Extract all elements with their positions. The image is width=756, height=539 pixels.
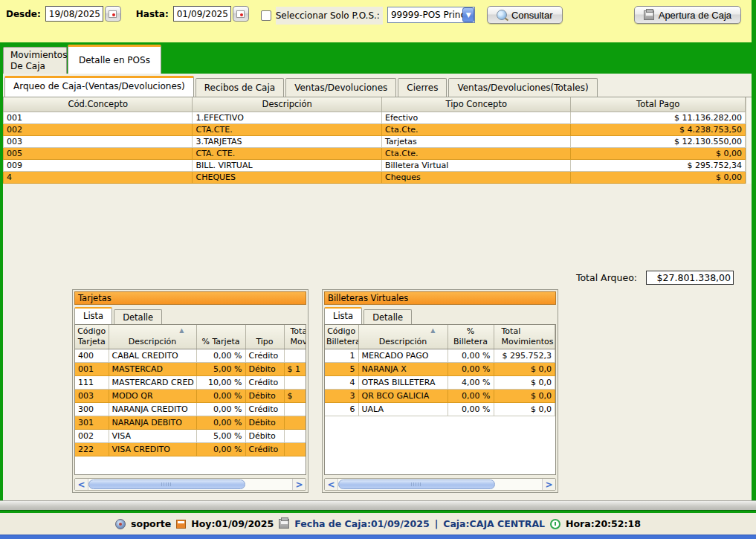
table-row[interactable]: 005CTA. CTE.Cta.Cte.$ 0,00 (4, 147, 746, 159)
cell-desc: MASTERCAD (109, 362, 196, 375)
col-header-tipo-concepto[interactable]: Tipo Concepto (381, 97, 570, 112)
billeteras-panel: Billeteras Virtuales Lista Detalle Códig… (322, 289, 558, 493)
table-row[interactable]: 003MODO QR0,00 %Débito$ (75, 389, 306, 402)
tab-cierres[interactable]: Cierres (398, 78, 447, 97)
table-row[interactable]: 300NARANJA CREDITO0,00 %Crédito (75, 402, 306, 416)
billeteras-header-row: Código Billetera Descripción ▲ % Billete… (325, 325, 555, 349)
col-header-descripcion[interactable]: Descripción ▲ (358, 325, 448, 349)
desde-calendar-button[interactable] (105, 6, 121, 22)
tarjetas-tab-detalle[interactable]: Detalle (114, 309, 162, 324)
col-header-pct-billetera[interactable]: % Billetera (448, 325, 494, 349)
scroll-right-icon[interactable]: > (542, 479, 555, 490)
hasta-input[interactable]: 01/09/2025 (173, 6, 231, 22)
sort-asc-icon: ▲ (430, 327, 435, 335)
cell-tipo: Débito (245, 362, 284, 375)
cell-tipo: Débito (245, 389, 284, 402)
scroll-right-icon[interactable]: > (292, 479, 306, 490)
col-header-total-movimientos[interactable]: Total Movimientos (494, 325, 555, 349)
table-row[interactable]: 001MASTERCAD5,00 %Débito$ 1 (75, 362, 306, 375)
table-row[interactable]: 222VISA CREDITO0,00 %Crédito (75, 442, 306, 456)
cell-pct: 0,00 % (196, 349, 245, 362)
col-header-total-movimientos[interactable]: Total Movimientos (284, 325, 306, 349)
col-header-total-pago[interactable]: Total Pago (571, 97, 746, 112)
tab-arqueo-de-caja[interactable]: Arqueo de Caja-(Ventas/Devoluciones) (4, 76, 194, 97)
table-row[interactable]: 301NARANJA DEBITO0,00 %Débito (75, 416, 306, 429)
table-row[interactable]: 4OTRAS BILLETERA4,00 %$ 0,0 (325, 375, 555, 389)
arqueo-header-row: Cód.Concepto Descripción Tipo Concepto T… (4, 97, 746, 112)
pos-checkbox[interactable] (261, 10, 271, 21)
billeteras-tab-lista[interactable]: Lista (324, 307, 362, 324)
tab-movimientos-de-caja[interactable]: Movimientos De Caja (3, 47, 67, 74)
tab-ventas-devoluciones-totales[interactable]: Ventas/Devoluciones(Totales) (448, 78, 597, 97)
cell-desc: 3.TARJETAS (193, 135, 381, 147)
billeteras-tab-detalle[interactable]: Detalle (364, 309, 412, 324)
cell-codigo: 4 (325, 375, 358, 389)
col-header-descripcion[interactable]: Descripción (193, 97, 381, 112)
scrollbar-thumb[interactable] (88, 480, 245, 489)
table-row[interactable]: 009BILL. VIRTUALBilletera Virtual$ 295.7… (4, 159, 746, 171)
col-header-cod-concepto[interactable]: Cód.Concepto (4, 97, 193, 112)
tarjetas-table-container: Código Tarjeta Descripción ▲ % Tarjeta T… (74, 324, 306, 475)
scroll-left-icon[interactable]: < (325, 479, 338, 490)
table-row[interactable]: 1MERCADO PAGO0,00 %$ 295.752,3 (325, 349, 555, 362)
tab-ventas-devoluciones[interactable]: Ventas/Devoluciones (285, 78, 396, 97)
cell-total: $ 0,00 (571, 171, 746, 183)
cell-cod: 003 (4, 135, 193, 147)
consultar-button[interactable]: Consultar (487, 6, 563, 24)
col-header-tipo[interactable]: Tipo (245, 325, 284, 349)
scroll-left-icon[interactable]: < (75, 479, 88, 490)
tab-detalle-en-poss[interactable]: Detalle en POSs (68, 45, 161, 74)
table-row[interactable]: 400CABAL CREDITO0,00 %Crédito (75, 349, 306, 362)
status-hoy: Hoy:01/09/2025 (191, 518, 274, 529)
pos-select[interactable]: 99999-POS Principal ▼ (387, 7, 475, 23)
cell-tipo: Cta.Cte. (381, 147, 570, 159)
cell-total: $ (284, 389, 306, 402)
cell-pct: 0,00 % (196, 389, 245, 402)
status-separator: | (435, 518, 439, 529)
table-row[interactable]: 002CTA.CTE.Cta.Cte.$ 4.238.753,50 (4, 123, 746, 135)
today-calendar-icon (176, 520, 186, 529)
toolbar: Desde: 19/08/2025 Hasta: 01/09/2025 Sele… (0, 0, 756, 42)
table-row[interactable]: 0011.EFECTIVOEfectivo$ 11.136.282,00 (4, 112, 746, 123)
cell-tipo: Débito (245, 416, 284, 429)
table-row[interactable]: 111MASTERCARD CRED10,00 %Crédito (75, 375, 306, 389)
cell-desc: VISA (109, 429, 196, 442)
cell-codigo: 5 (325, 362, 358, 375)
tab-recibos-de-caja[interactable]: Recibos de Caja (196, 78, 284, 97)
cell-desc: CABAL CREDITO (109, 349, 196, 362)
cell-cod: 001 (4, 112, 193, 123)
col-header-pct-tarjeta[interactable]: % Tarjeta (196, 325, 245, 349)
cell-total (284, 429, 306, 442)
desde-input[interactable]: 19/08/2025 (45, 6, 103, 22)
cell-tipo: Crédito (245, 349, 284, 362)
table-row[interactable]: 002VISA5,00 %Débito (75, 429, 306, 442)
cell-desc: QR BCO GALICIA (358, 389, 448, 402)
vertical-scrollbar[interactable] (746, 97, 752, 184)
cell-total: $ 0,00 (571, 147, 746, 159)
table-row[interactable]: 3QR BCO GALICIA0,00 %$ 0,0 (325, 389, 555, 402)
cell-cod: 005 (4, 147, 193, 159)
cell-pct: 4,00 % (448, 375, 494, 389)
cell-total (284, 402, 306, 416)
hasta-calendar-button[interactable] (233, 6, 249, 22)
cell-codigo: 400 (75, 349, 109, 362)
scrollbar-thumb[interactable] (338, 480, 495, 489)
col-header-descripcion[interactable]: Descripción ▲ (109, 325, 196, 349)
table-row[interactable]: 4CHEQUESCheques$ 0,00 (4, 171, 746, 183)
cell-pct: 0,00 % (196, 416, 245, 429)
col-header-codigo-tarjeta[interactable]: Código Tarjeta (75, 325, 109, 349)
cell-codigo: 1 (325, 349, 358, 362)
cell-total: $ 0,0 (494, 362, 555, 375)
tarjetas-tab-lista[interactable]: Lista (74, 307, 112, 324)
status-hora: Hora:20:52:18 (566, 518, 641, 529)
apertura-de-caja-button[interactable]: Apertura de Caja (634, 6, 741, 24)
cell-tipo: Crédito (245, 375, 284, 389)
table-row[interactable]: 0033.TARJETASTarjetas$ 12.130.550,00 (4, 135, 746, 147)
col-header-codigo-billetera[interactable]: Código Billetera (325, 325, 358, 349)
table-row[interactable]: 6UALA0,00 %$ 0,0 (325, 402, 555, 416)
cell-tipo: Billetera Virtual (381, 159, 570, 171)
cell-pct: 0,00 % (448, 402, 494, 416)
table-row[interactable]: 5NARANJA X0,00 %$ 0,0 (325, 362, 555, 375)
cell-pct: 0,00 % (448, 389, 494, 402)
cell-tipo: Tarjetas (381, 135, 570, 147)
